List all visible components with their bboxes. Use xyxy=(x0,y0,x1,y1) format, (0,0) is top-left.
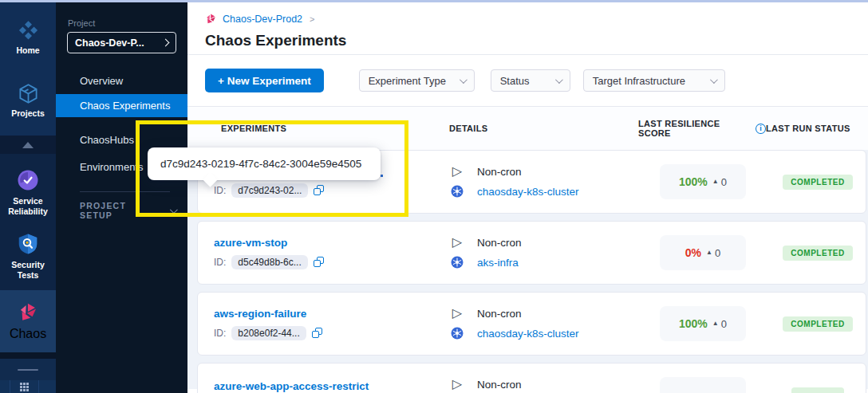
resilience-score-cell: 0% ▲ 0 xyxy=(639,235,767,270)
experiment-id-value: d7c9d243-02... xyxy=(231,183,308,198)
toolbar: + New Experiment Experiment Type Status … xyxy=(187,55,868,107)
sidebar-item-label: Projects xyxy=(11,108,44,119)
schedule-type-row: ▷ Non-cron xyxy=(450,307,639,320)
projects-icon xyxy=(18,83,39,104)
id-label: ID: xyxy=(214,185,226,196)
nav-scroll-up[interactable] xyxy=(0,136,56,154)
window-top-strip xyxy=(0,0,868,2)
project-sidebar: Project Chaos-Dev-P... Overview Chaos Ex… xyxy=(56,2,187,393)
table-row[interactable]: azure-web-app-access-restrict ▷ Non-cron xyxy=(197,363,866,393)
resilience-score-cell: 100% ▲ 0 xyxy=(639,306,767,341)
security-tests-icon xyxy=(16,232,40,256)
sidebar-item-chaos-experiments[interactable]: Chaos Experiments xyxy=(56,94,187,117)
sidebar-item-security-tests[interactable]: Security Tests xyxy=(0,224,56,288)
id-label: ID: xyxy=(214,257,226,268)
experiment-id-value: d5c49d8b-6c... xyxy=(231,255,307,269)
schedule-type-row: ▷ Non-cron xyxy=(450,165,639,178)
resilience-score-pill: 100% ▲ 0 xyxy=(660,164,746,199)
sidebar-item-projects[interactable]: Projects xyxy=(0,75,56,127)
experiment-id-row: ID: d7c9d243-02... xyxy=(214,183,450,198)
infrastructure-row: aks-infra xyxy=(450,255,639,269)
sidebar-item-label: Home xyxy=(16,45,39,56)
module-nav-rail: Home Projects Service Reliability xyxy=(0,2,56,393)
page-header: Chaos-Dev-Prod2 > Chaos Experiments xyxy=(187,2,868,55)
resilience-score-value: 100% xyxy=(679,317,708,330)
experiment-id-tooltip: d7c9d243-0219-4f7c-84c2-3004e59e4505 xyxy=(148,147,381,180)
caret-up-icon: ▲ xyxy=(712,320,719,327)
resilience-score-cell: ▲ xyxy=(639,377,767,393)
resilience-score-value: 0% xyxy=(685,246,701,259)
sidebar-item-chaos[interactable]: Chaos xyxy=(0,290,56,352)
project-setup-label: PROJECT SETUP xyxy=(80,201,159,220)
filter-label: Status xyxy=(500,75,530,87)
kubernetes-icon xyxy=(450,184,464,198)
project-selector[interactable]: Chaos-Dev-P... xyxy=(67,32,176,53)
column-header-experiments: EXPERIMENTS xyxy=(221,124,449,133)
copy-icon[interactable] xyxy=(314,257,324,267)
schedule-type: Non-cron xyxy=(477,166,522,178)
filter-label: Target Infrastructure xyxy=(593,75,685,87)
filter-target-infrastructure[interactable]: Target Infrastructure xyxy=(583,69,725,92)
tooltip-text: d7c9d243-0219-4f7c-84c2-3004e59e4505 xyxy=(160,158,361,170)
schedule-type: Non-cron xyxy=(477,308,522,320)
table-header: EXPERIMENTS DETAILS LAST RESILIENCE SCOR… xyxy=(187,107,868,150)
experiment-name-link[interactable]: azure-web-app-access-restrict xyxy=(214,380,369,392)
service-reliability-icon xyxy=(16,168,40,192)
experiment-id-row: ID: d5c49d8b-6c... xyxy=(214,255,450,269)
schedule-type: Non-cron xyxy=(477,237,522,249)
sidebar-item-home[interactable]: Home xyxy=(0,2,56,64)
status-badge: COMPLETED xyxy=(783,246,852,261)
nav-gap xyxy=(0,352,56,359)
page-title: Chaos Experiments xyxy=(205,32,868,49)
resilience-score-value: 100% xyxy=(679,175,708,188)
column-header-last-run-status: LAST RUN STATUS xyxy=(766,124,868,133)
sidebar-item-service-reliability[interactable]: Service Reliability xyxy=(0,160,56,224)
kubernetes-icon xyxy=(450,255,464,269)
project-selector-value: Chaos-Dev-P... xyxy=(75,37,144,49)
infrastructure-row: chaosday-k8s-cluster xyxy=(450,326,639,340)
breadcrumb: Chaos-Dev-Prod2 > xyxy=(205,13,868,25)
id-label: ID: xyxy=(214,328,226,339)
breadcrumb-project-link[interactable]: Chaos-Dev-Prod2 xyxy=(223,14,302,25)
experiment-name-link[interactable]: aws-region-failure xyxy=(214,308,306,320)
column-header-details: DETAILS xyxy=(449,124,638,133)
copy-icon[interactable] xyxy=(312,328,322,338)
score-delta-value: 0 xyxy=(721,176,727,188)
details-cell: ▷ Non-cron aks-infra xyxy=(450,236,639,269)
module-switcher-button[interactable] xyxy=(10,380,39,393)
table-row[interactable]: aws-region-failure ID: b208e0f2-44... ▷ … xyxy=(197,292,866,356)
schedule-type-row: ▷ Non-cron xyxy=(450,378,639,391)
new-experiment-button[interactable]: + New Experiment xyxy=(205,69,324,92)
column-header-label: LAST RESILIENCE SCORE xyxy=(638,119,751,138)
kubernetes-icon xyxy=(450,326,464,340)
experiment-id-value: b208e0f2-44... xyxy=(231,326,306,340)
filter-experiment-type[interactable]: Experiment Type xyxy=(359,69,475,92)
filter-label: Experiment Type xyxy=(369,75,446,87)
table-row[interactable]: azure-vm-stop ID: d5c49d8b-6c... ▷ Non-c… xyxy=(197,221,866,285)
play-icon: ▷ xyxy=(450,236,464,249)
score-delta: ▲ 0 xyxy=(712,318,727,330)
sidebar-divider xyxy=(80,191,170,192)
filter-status[interactable]: Status xyxy=(491,69,570,92)
status-badge: COMPLETED xyxy=(783,316,852,332)
project-label: Project xyxy=(68,18,95,28)
experiment-name-link[interactable]: azure-vm-stop xyxy=(214,237,287,249)
copy-icon[interactable] xyxy=(314,185,324,195)
infrastructure-link[interactable]: aks-infra xyxy=(477,257,519,269)
breadcrumb-separator: > xyxy=(310,14,314,24)
chevron-down-icon xyxy=(460,76,468,84)
schedule-type-row: ▷ Non-cron xyxy=(450,236,639,249)
experiment-cell: azure-web-app-access-restrict xyxy=(214,380,450,393)
infrastructure-link[interactable]: chaosday-k8s-cluster xyxy=(477,186,579,198)
run-status-cell: COMPLETED xyxy=(767,175,866,190)
info-icon[interactable]: i xyxy=(756,124,766,134)
project-setup-toggle[interactable]: PROJECT SETUP xyxy=(80,201,176,220)
sidebar-item-overview[interactable]: Overview xyxy=(56,69,187,92)
scroll-up-icon xyxy=(22,142,34,148)
caret-up-icon: ▲ xyxy=(706,250,712,256)
status-badge xyxy=(791,387,844,393)
resilience-score-pill: ▲ xyxy=(660,377,746,393)
run-status-cell: COMPLETED xyxy=(767,246,866,261)
chevron-down-icon xyxy=(710,76,718,84)
infrastructure-link[interactable]: chaosday-k8s-cluster xyxy=(477,328,579,340)
